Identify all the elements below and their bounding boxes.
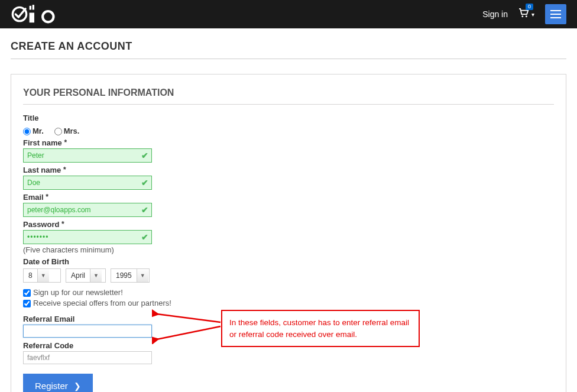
dob-day-select[interactable]: 8 ▼ [23,268,61,283]
password-hint: (Five characters minimum) [23,245,554,254]
account-panel: YOUR PERSONAL INFORMATION Title Mr. Mrs.… [11,74,566,392]
dob-year-select[interactable]: 1995 ▼ [111,268,150,283]
signin-link[interactable]: Sign in [482,9,508,19]
panel-divider [23,104,554,105]
cart-count-badge: 0 [526,4,533,10]
cart-icon [518,8,529,20]
dob-day-value: 8 [24,271,37,280]
svg-point-6 [526,15,527,17]
cart-button[interactable]: 0 ▾ [518,8,534,20]
dob-year-value: 1995 [111,271,137,280]
email-label: Email * [23,193,48,202]
chevron-down-icon: ▼ [37,269,49,282]
dob-month-value: April [66,271,90,280]
header-actions: Sign in 0 ▾ [482,4,566,24]
newsletter-checkbox-input[interactable] [23,289,31,297]
logo[interactable] [11,4,70,25]
caret-down-icon: ▾ [531,11,534,18]
title-radio-row: Mr. Mrs. [23,126,554,135]
register-button-label: Register [35,381,68,391]
svg-point-4 [43,11,53,22]
panel-heading: YOUR PERSONAL INFORMATION [23,88,554,98]
email-input[interactable] [23,203,152,217]
register-button[interactable]: Register ❯ [23,374,93,392]
svg-rect-3 [30,13,34,23]
chevron-right-icon: ❯ [74,381,81,391]
newsletter-checkbox[interactable]: Sign up for our newsletter! [23,288,123,297]
chevron-down-icon: ▼ [90,269,102,282]
top-header: Sign in 0 ▾ [0,0,577,28]
radio-mrs[interactable]: Mrs. [54,127,80,135]
menu-button[interactable] [545,4,566,24]
radio-mr-input[interactable] [23,128,31,135]
title-label: Title [23,114,39,122]
firstname-input[interactable] [23,148,152,163]
referral-email-input[interactable] [23,325,152,338]
firstname-label: First name * [23,138,67,147]
lastname-label: Last name * [23,166,66,174]
title-divider [11,59,566,59]
radio-mrs-label: Mrs. [64,127,80,135]
chevron-down-icon: ▼ [137,269,148,282]
annotation-callout: In these fields, customer has to enter r… [221,310,420,347]
svg-rect-1 [30,6,31,10]
dob-label: Date of Birth [23,257,69,266]
password-label: Password * [23,220,64,229]
offers-checkbox-input[interactable] [23,300,31,307]
password-input[interactable] [23,230,152,244]
svg-rect-2 [33,5,34,9]
radio-mr[interactable]: Mr. [23,127,44,135]
dob-month-select[interactable]: April ▼ [66,268,106,283]
newsletter-label: Sign up for our newsletter! [33,288,123,297]
lastname-input[interactable] [23,176,152,190]
radio-mr-label: Mr. [33,127,44,135]
referral-code-input[interactable] [23,351,152,364]
page-body: CREATE AN ACCOUNT YOUR PERSONAL INFORMAT… [0,28,577,392]
svg-point-5 [521,15,523,17]
offers-label: Receive special offers from our partners… [33,299,171,307]
radio-mrs-input[interactable] [54,128,62,135]
offers-checkbox[interactable]: Receive special offers from our partners… [23,299,171,307]
page-title: CREATE AN ACCOUNT [11,40,566,53]
hamburger-icon [550,10,561,18]
